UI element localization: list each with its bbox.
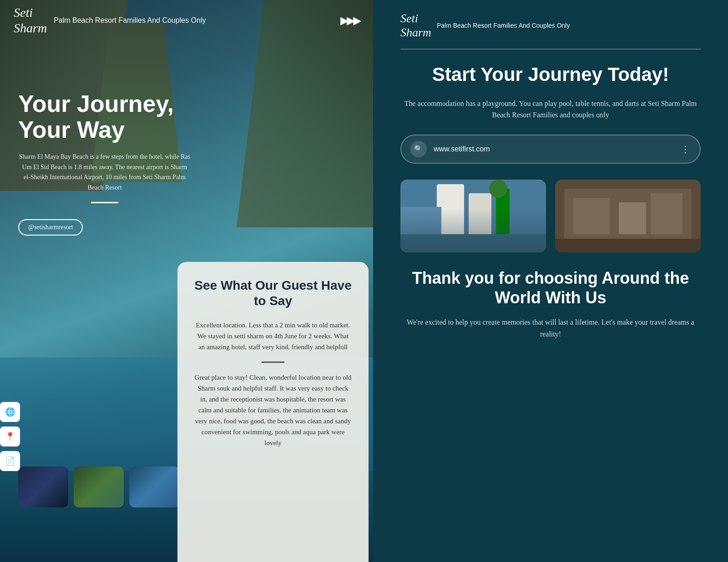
right-panel: Seti Sharm Palm Beach Resort Families An… — [373, 0, 728, 562]
left-header: Seti Sharm Palm Beach Resort Families An… — [0, 0, 373, 41]
review-text-2: Great place to stay! Clean, wonderful lo… — [193, 372, 353, 448]
svg-rect-10 — [619, 202, 646, 234]
document-icon[interactable]: 📄 — [0, 451, 20, 471]
svg-rect-2 — [469, 193, 491, 243]
thumbnail-1[interactable] — [18, 467, 68, 507]
more-options-icon[interactable]: ⋮ — [681, 144, 691, 155]
svg-rect-1 — [437, 184, 464, 243]
right-description: The accommodation has a playground. You … — [400, 98, 701, 121]
svg-rect-0 — [400, 180, 546, 252]
left-logo: Seti Sharm — [14, 5, 47, 35]
thumbnail-strip — [18, 467, 179, 507]
review-card: See What Our Guest Have to Say Excellent… — [177, 262, 369, 562]
globe-icon[interactable]: 🌐 — [0, 402, 20, 422]
search-url: www.setifirst.com — [434, 145, 681, 153]
side-icons: 🌐 📍 📄 — [0, 402, 20, 471]
image-gallery — [400, 180, 701, 252]
gallery-image-2[interactable] — [555, 180, 701, 252]
location-icon[interactable]: 📍 — [0, 427, 20, 447]
thumbnail-2[interactable] — [74, 467, 124, 507]
left-tagline: Palm Beach Resort Families And Couples O… — [54, 16, 206, 25]
right-logo: Seti Sharm — [400, 11, 431, 40]
search-icon: 🔍 — [410, 141, 427, 157]
svg-rect-6 — [400, 234, 546, 252]
review-card-title: See What Our Guest Have to Say — [193, 278, 353, 308]
thank-you-title: Thank you for choosing Around the World … — [400, 268, 701, 307]
review-divider — [262, 361, 284, 363]
hero-divider — [91, 202, 118, 203]
thumbnail-3[interactable] — [129, 467, 179, 507]
hero-content: Your Journey, Your Way Sharm El Maya Bay… — [18, 91, 191, 236]
right-header: Seti Sharm Palm Beach Resort Families An… — [400, 0, 701, 50]
hero-description: Sharm El Maya Bay Beach is a few steps f… — [18, 152, 191, 193]
thank-you-description: We're excited to help you create memorie… — [400, 316, 701, 340]
thank-you-section: Thank you for choosing Around the World … — [400, 268, 701, 340]
right-tagline: Palm Beach Resort Families And Couples O… — [437, 22, 570, 29]
svg-point-5 — [489, 180, 507, 198]
search-bar[interactable]: 🔍 www.setifirst.com ⋮ — [400, 135, 701, 164]
right-main-title: Start Your Journey Today! — [400, 63, 701, 86]
svg-rect-9 — [573, 198, 610, 234]
svg-rect-12 — [555, 239, 701, 252]
social-handle[interactable]: @setisharmresort — [18, 219, 83, 236]
left-panel: Seti Sharm Palm Beach Resort Families An… — [0, 0, 373, 562]
svg-rect-3 — [400, 207, 441, 252]
gallery-image-1[interactable] — [400, 180, 546, 252]
arrow-icon: ▶▶▶ — [340, 14, 359, 27]
hero-title: Your Journey, Your Way — [18, 91, 191, 143]
svg-rect-11 — [651, 193, 682, 234]
review-text-1: Excellent location. Less that a 2 min wa… — [193, 320, 353, 352]
